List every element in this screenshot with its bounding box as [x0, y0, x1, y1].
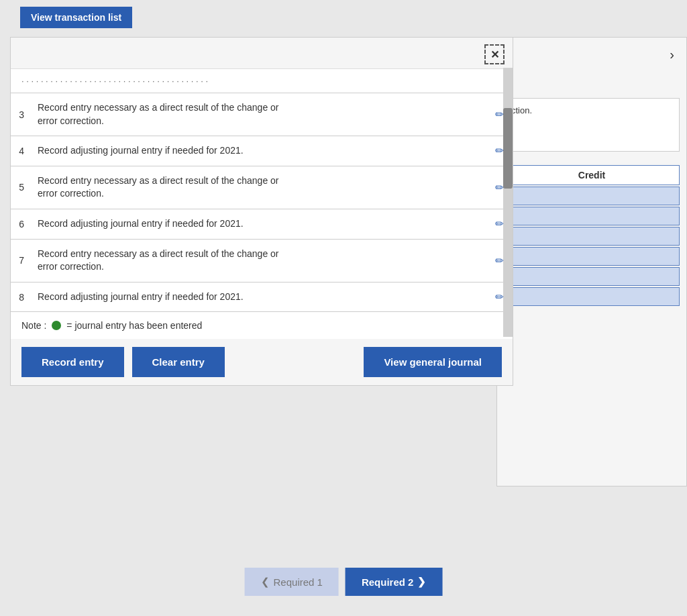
credit-input-5[interactable] — [504, 267, 680, 286]
table-row: 8 Record adjusting journal entry if need… — [11, 282, 513, 311]
credit-input-row-6[interactable] — [504, 286, 680, 306]
credit-input-2[interactable] — [504, 207, 680, 225]
row-number: 4 — [11, 136, 31, 166]
row-text: Record adjusting journal entry if needed… — [31, 209, 486, 239]
edit-icon[interactable]: ✏ — [495, 145, 504, 156]
scrollbar-track[interactable] — [503, 68, 513, 337]
required-2-label: Required 2 — [362, 576, 414, 588]
row-text: Record entry necessary as a direct resul… — [31, 239, 486, 282]
credit-input-row-2[interactable] — [504, 205, 680, 225]
credit-header: Credit — [504, 165, 680, 185]
main-panel: ✕ · · · · · · · · · · · · · · · · · · · … — [10, 37, 513, 386]
scrollbar-thumb[interactable] — [503, 108, 513, 189]
bottom-navigation: ❮ Required 1 Required 2 ❯ — [245, 568, 443, 596]
credit-input-3[interactable] — [504, 227, 680, 246]
credit-input-row-4[interactable] — [504, 246, 680, 266]
bottom-buttons: Record entry Clear entry View general jo… — [11, 339, 513, 385]
required-1-button[interactable]: ❮ Required 1 — [245, 568, 339, 596]
row-text: Record entry necessary as a direct resul… — [31, 93, 486, 136]
right-panel: › ction. Credit — [496, 37, 687, 486]
row-number: 5 — [11, 166, 31, 209]
table-row: 6 Record adjusting journal entry if need… — [11, 209, 513, 239]
required-1-label: Required 1 — [274, 576, 323, 588]
table-row: 5 Record entry necessary as a direct res… — [11, 166, 513, 209]
chevron-right-icon: ❯ — [417, 576, 426, 588]
close-button[interactable]: ✕ — [484, 44, 505, 64]
credit-input-6[interactable] — [504, 287, 680, 306]
table-row: 7 Record entry necessary as a direct res… — [11, 239, 513, 282]
credit-input-row-5[interactable] — [504, 266, 680, 286]
row-number: 3 — [11, 93, 31, 136]
view-general-journal-button[interactable]: View general journal — [364, 347, 502, 377]
required-2-button[interactable]: Required 2 ❯ — [346, 568, 443, 596]
panel-header: ✕ — [11, 38, 513, 68]
row-number: 7 — [11, 239, 31, 282]
clear-entry-button[interactable]: Clear entry — [132, 347, 225, 377]
edit-icon[interactable]: ✏ — [495, 218, 504, 229]
row-text: Record entry necessary as a direct resul… — [31, 166, 486, 209]
credit-input-row-1[interactable] — [504, 185, 680, 205]
truncated-row: · · · · · · · · · · · · · · · · · · · · … — [11, 68, 513, 93]
edit-icon[interactable]: ✏ — [495, 109, 504, 120]
entry-table: 3 Record entry necessary as a direct res… — [11, 93, 513, 311]
edit-icon[interactable]: ✏ — [495, 182, 504, 193]
green-dot-icon — [52, 321, 61, 330]
note-suffix: = journal entry has been entered — [66, 320, 202, 331]
note-prefix: Note : — [21, 320, 46, 331]
right-text-box: ction. — [504, 98, 680, 152]
row-number: 8 — [11, 282, 31, 311]
table-row: 4 Record adjusting journal entry if need… — [11, 136, 513, 166]
credit-input-1[interactable] — [504, 187, 680, 205]
record-entry-button[interactable]: Record entry — [21, 347, 124, 377]
credit-input-4[interactable] — [504, 247, 680, 266]
credit-input-row-3[interactable] — [504, 225, 680, 246]
credit-table: Credit — [504, 165, 680, 306]
row-number: 6 — [11, 209, 31, 239]
chevron-left-icon: ❮ — [261, 576, 270, 588]
edit-icon[interactable]: ✏ — [495, 291, 504, 303]
nav-arrow-right[interactable]: › — [664, 44, 680, 65]
row-text: Record adjusting journal entry if needed… — [31, 136, 486, 166]
view-transaction-button[interactable]: View transaction list — [20, 7, 132, 28]
row-text: Record adjusting journal entry if needed… — [31, 282, 486, 311]
table-row: 3 Record entry necessary as a direct res… — [11, 93, 513, 136]
note-row: Note : = journal entry has been entered — [11, 311, 513, 339]
edit-icon[interactable]: ✏ — [495, 255, 504, 266]
